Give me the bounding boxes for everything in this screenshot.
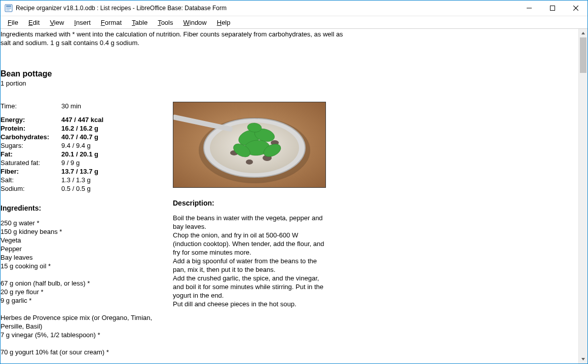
menu-edit[interactable]: Edit [23,18,45,27]
svg-rect-6 [550,6,555,11]
svg-rect-2 [6,7,11,8]
ingredients-heading: Ingredients: [1,204,173,213]
note-line-2: salt and sodium. 1 g salt contains 0.4 g… [1,38,578,47]
menu-window[interactable]: Window [178,18,211,27]
ingredients-list: 250 g water * 150 g kidney beans * Veget… [1,219,173,356]
titlebar: Recipe organizer v18.1.0.odb : List reci… [1,1,587,16]
vertical-scrollbar[interactable] [578,29,587,363]
svg-rect-3 [6,9,11,10]
menu-format[interactable]: Format [96,18,127,27]
nutrition-value: 9 / 9 g [61,158,173,167]
nutrition-value: 40.7 / 40.7 g [61,133,173,141]
menu-help[interactable]: Help [212,18,236,27]
svg-rect-4 [6,10,10,11]
menu-view[interactable]: View [45,18,69,27]
svg-line-8 [573,6,578,11]
window-frame: Recipe organizer v18.1.0.odb : List reci… [0,0,588,364]
svg-rect-1 [6,6,11,7]
recipe-portion: 1 portion [1,79,578,88]
note-line-1: Ingredients marked with * went into the … [1,30,578,38]
scrollbar-track[interactable] [579,37,587,355]
menu-table[interactable]: Table [127,18,153,27]
app-icon [5,4,13,12]
document-content: Ingredients marked with * went into the … [1,29,578,363]
menu-tools[interactable]: Tools [153,18,178,27]
recipe-title: Bean pottage [1,69,578,78]
nutrition-label: Energy: [1,115,61,124]
scroll-up-button[interactable] [579,29,587,37]
recipe-image [173,102,326,188]
nutrition-label: Protein: [1,124,61,133]
menu-insert[interactable]: Insert [69,18,96,27]
window-controls [518,1,587,16]
maximize-button[interactable] [541,1,564,16]
svg-line-7 [573,6,578,11]
nutrition-value: 1.3 / 1.3 g [61,176,173,184]
time-label: Time: [1,102,61,110]
nutrition-label: Carbohydrates: [1,133,61,141]
nutrition-table: Time: 30 min Energy:447 / 447 kcalProtei… [1,102,173,193]
nutrition-label: Fiber: [1,167,61,176]
svg-marker-25 [581,358,585,360]
nutrition-value: 0.5 / 0.5 g [61,184,173,193]
minimize-button[interactable] [518,1,541,16]
menubar: File Edit View Insert Format Table Tools… [1,16,587,29]
scroll-down-button[interactable] [579,355,587,363]
nutrition-value: 16.2 / 16.2 g [61,124,173,133]
content-wrap: Ingredients marked with * went into the … [1,29,587,363]
nutrition-value: 13.7 / 13.7 g [61,167,173,176]
nutrition-label: Saturated fat: [1,158,61,167]
menu-file[interactable]: File [3,18,23,27]
scrollbar-thumb[interactable] [580,37,586,73]
time-value: 30 min [61,102,173,110]
close-button[interactable] [564,1,587,16]
nutrition-label: Sodium: [1,184,61,193]
nutrition-value: 9.4 / 9.4 g [61,141,173,150]
svg-point-15 [246,159,253,165]
nutrition-value: 20.1 / 20.1 g [61,150,173,158]
note-text: Ingredients marked with * went into the … [1,29,578,47]
nutrition-label: Fat: [1,150,61,158]
svg-marker-24 [581,32,585,34]
nutrition-label: Sugars: [1,141,61,150]
description-text: Boil the beans in water with the vegeta,… [173,214,325,308]
nutrition-value: 447 / 447 kcal [61,115,173,124]
description-heading: Description: [173,199,325,208]
nutrition-label: Salt: [1,176,61,184]
window-title: Recipe organizer v18.1.0.odb : List reci… [16,5,518,12]
